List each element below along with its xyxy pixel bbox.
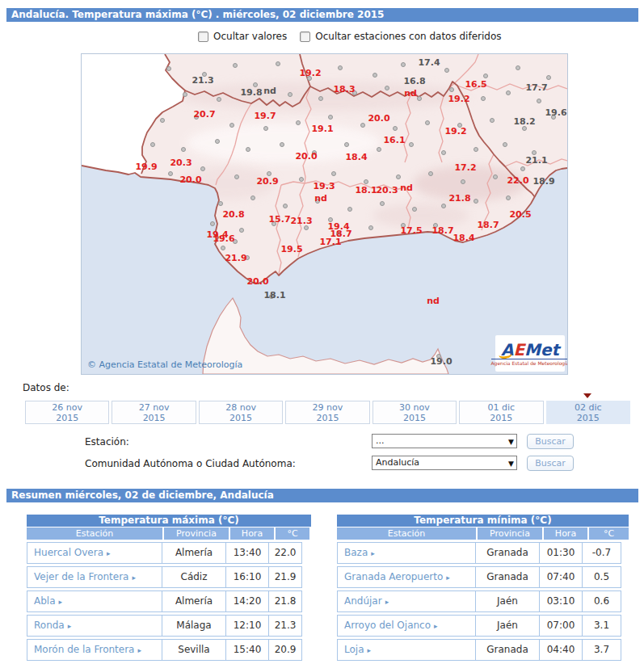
table-row: Loja▸Granada04:403.7 xyxy=(337,639,629,661)
region-filter-row: Comunidad Autónoma o Ciudad Autónoma: An… xyxy=(0,456,644,472)
date-tab[interactable]: 01 dic2015 xyxy=(459,401,543,424)
arrow-right-icon: ▸ xyxy=(371,549,375,557)
temp-cell: 21.3 xyxy=(268,615,302,637)
date-tab[interactable]: 27 nov2015 xyxy=(112,401,196,424)
table-header-row: EstaciónProvinciaHora°C xyxy=(27,527,311,540)
station-link[interactable]: Baza▸ xyxy=(337,542,476,564)
station-temp-label-deferred: 19.6 xyxy=(545,107,566,118)
temp-cell: 3.7 xyxy=(582,639,621,661)
station-link[interactable]: Arroyo del Ojanco▸ xyxy=(337,615,476,637)
date-tab[interactable]: 28 nov2015 xyxy=(199,401,283,424)
station-temp-label: 20.9 xyxy=(256,176,278,187)
date-tab[interactable]: 29 nov2015 xyxy=(285,401,369,424)
station-dot xyxy=(168,171,173,176)
comunidad-select[interactable]: Andalucía ▼ xyxy=(372,456,517,470)
station-dot xyxy=(449,87,454,92)
chevron-down-icon: ▼ xyxy=(508,457,514,470)
date-tab[interactable]: 26 nov2015 xyxy=(25,401,109,424)
temp-cell: 0.6 xyxy=(582,590,621,612)
station-temp-label: 20.0 xyxy=(368,113,389,124)
table-row: Morón de la Frontera▸Sevilla15:4020.9 xyxy=(27,639,311,661)
logo-swoosh-icon xyxy=(498,348,512,359)
temp-cell: 3.1 xyxy=(582,615,621,637)
station-temp-label: 16.1 xyxy=(383,135,405,145)
station-dot xyxy=(239,228,244,233)
estacion-label: Estación: xyxy=(85,436,129,448)
hour-cell: 01:30 xyxy=(539,542,583,564)
station-temp-label-deferred: 18.1 xyxy=(263,290,285,300)
station-dot xyxy=(520,166,525,171)
map-copyright: © Agencia Estatal de Meteorología xyxy=(87,359,242,370)
station-temp-label: 20.7 xyxy=(193,109,215,120)
station-link[interactable]: Andújar▸ xyxy=(337,590,476,612)
station-link[interactable]: Huercal Overa▸ xyxy=(27,542,162,564)
station-dot xyxy=(503,142,507,147)
estacion-buscar-button[interactable]: Buscar xyxy=(527,434,574,449)
station-filter-row: Estación: ... ▼ Buscar xyxy=(0,434,644,450)
station-link[interactable]: Morón de la Frontera▸ xyxy=(27,639,162,661)
estacion-select[interactable]: ... ▼ xyxy=(372,434,517,448)
station-dot xyxy=(537,99,541,103)
province-cell: Cádiz xyxy=(162,566,226,588)
station-dot xyxy=(522,126,527,131)
station-temp-label: 20.0 xyxy=(179,174,201,185)
province-cell: Sevilla xyxy=(162,639,226,661)
station-dot xyxy=(396,174,401,179)
comunidad-buscar-button[interactable]: Buscar xyxy=(527,456,574,471)
province-cell: Jaén xyxy=(475,590,540,612)
max-temperature-table: Temperatura máxima (°C)EstaciónProvincia… xyxy=(27,515,311,661)
temp-cell: 0.5 xyxy=(582,566,621,588)
station-temp-label: 19.2 xyxy=(448,94,469,104)
station-dot xyxy=(409,142,414,147)
hide-values-checkbox[interactable] xyxy=(198,32,208,42)
table-row: Vejer de la Frontera▸Cádiz16:1021.9 xyxy=(27,566,311,588)
station-temp-label: nd xyxy=(404,88,417,99)
station-temp-label: 20.5 xyxy=(509,209,531,220)
province-cell: Granada xyxy=(475,566,540,588)
page: Andalucía. Temperatura máxima (°C) . mié… xyxy=(0,0,644,664)
table-row: Andújar▸Jaén03:100.6 xyxy=(337,590,629,612)
station-temp-label: 20.0 xyxy=(246,276,268,287)
column-header: Hora xyxy=(544,527,587,540)
station-dot xyxy=(546,75,551,80)
station-link[interactable]: Loja▸ xyxy=(337,639,476,661)
station-dot xyxy=(233,63,238,68)
map-labels-overlay: 21.319.8nd17.416.817.719.618.221.118.918… xyxy=(82,54,567,374)
station-temp-label: 16.5 xyxy=(465,79,486,90)
station-temp-label-deferred: 18.9 xyxy=(532,176,554,187)
station-dot xyxy=(263,126,268,131)
station-dot xyxy=(474,147,478,152)
hide-deferred-checkbox[interactable] xyxy=(300,32,310,42)
station-temp-label: 18.4 xyxy=(345,152,367,162)
station-dot xyxy=(506,195,511,200)
station-temp-label: nd xyxy=(314,193,327,204)
arrow-right-icon: ▸ xyxy=(132,574,136,582)
station-dot xyxy=(338,65,343,70)
hour-cell: 15:40 xyxy=(225,639,269,661)
date-tab-selected[interactable]: 02 dic2015 xyxy=(546,401,630,424)
station-temp-label: 22.0 xyxy=(507,175,528,186)
station-link[interactable]: Ronda▸ xyxy=(27,615,162,637)
chevron-down-icon: ▼ xyxy=(508,435,514,448)
station-link[interactable]: Granada Aeropuerto▸ xyxy=(337,566,476,588)
hide-values-label: Ocultar valores xyxy=(213,31,287,42)
table-row: Ronda▸Málaga12:1021.3 xyxy=(27,615,311,637)
hour-cell: 12:10 xyxy=(225,615,269,637)
station-dot xyxy=(200,166,205,171)
station-temp-label: 19.6 xyxy=(213,233,234,244)
table-row: Arroyo del Ojanco▸Jaén07:003.1 xyxy=(337,615,629,637)
station-temp-label-deferred: 17.7 xyxy=(525,82,547,93)
station-dot xyxy=(218,201,223,206)
station-temp-label: 18.4 xyxy=(452,233,474,243)
column-header: Provincia xyxy=(478,527,542,540)
station-temp-label: nd xyxy=(400,183,413,193)
comunidad-select-value: Andalucía xyxy=(376,457,419,468)
arrow-right-icon: ▸ xyxy=(434,622,438,630)
arrow-right-icon: ▸ xyxy=(59,598,63,606)
temp-cell: -0.7 xyxy=(582,542,621,564)
table-row: Abla▸Almería14:2021.8 xyxy=(27,590,311,612)
station-temp-label-deferred: 16.8 xyxy=(403,76,425,86)
station-link[interactable]: Vejer de la Frontera▸ xyxy=(27,566,162,588)
station-link[interactable]: Abla▸ xyxy=(27,590,162,612)
date-tab[interactable]: 30 nov2015 xyxy=(373,401,457,424)
